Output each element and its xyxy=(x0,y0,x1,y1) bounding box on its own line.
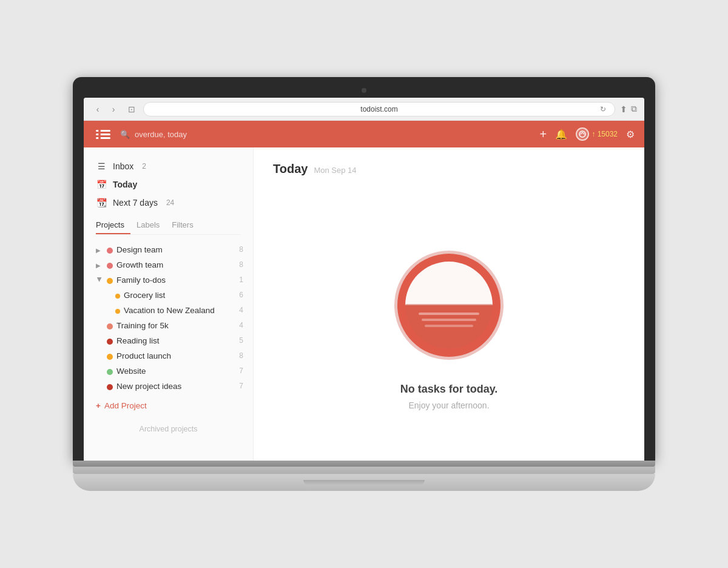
project-count: 8 xyxy=(239,260,243,269)
settings-icon[interactable]: ⚙ xyxy=(626,129,635,140)
browser-tab-icon: ⊡ xyxy=(125,103,138,116)
svg-point-4 xyxy=(98,134,101,136)
project-grocery-list[interactable]: Grocery list 6 xyxy=(84,288,253,303)
laptop-wrapper: ‹ › ⊡ todoist.com ↻ ⬆ ⧉ xyxy=(73,77,655,491)
project-name: Design team xyxy=(116,245,233,254)
expand-arrow-icon: ▶ xyxy=(96,277,103,285)
browser-duplicate-icon[interactable]: ⧉ xyxy=(631,104,637,114)
app-header: 🔍 overdue, today + 🔔 ↑ 15032 ⚙ xyxy=(84,121,644,147)
project-name: Reading list xyxy=(116,336,233,345)
browser-back-button[interactable]: ‹ xyxy=(91,103,104,116)
notifications-icon[interactable]: 🔔 xyxy=(555,129,567,140)
archived-projects-link[interactable]: Archived projects xyxy=(84,420,253,438)
laptop-bezel: ‹ › ⊡ todoist.com ↻ ⬆ ⧉ xyxy=(73,77,655,461)
search-text: overdue, today xyxy=(135,130,187,139)
karma-circle xyxy=(576,127,589,141)
laptop-hinge xyxy=(73,461,655,467)
projects-tabs: Projects Labels Filters xyxy=(96,217,241,235)
today-label: Today xyxy=(113,180,137,189)
project-name: Growth team xyxy=(116,260,233,269)
project-design-team[interactable]: ▶ Design team 8 xyxy=(84,242,253,257)
project-count: 8 xyxy=(239,245,243,254)
sidebar-today[interactable]: 📅 Today xyxy=(84,175,253,194)
project-count: 6 xyxy=(239,291,243,299)
inbox-label: Inbox xyxy=(113,161,133,171)
today-icon: 📅 xyxy=(96,180,107,189)
project-count: 5 xyxy=(239,336,243,345)
project-name: Grocery list xyxy=(124,291,233,300)
add-project-icon: + xyxy=(96,401,101,410)
project-count: 7 xyxy=(239,367,243,375)
browser-share-icon[interactable]: ⬆ xyxy=(620,104,627,114)
svg-point-3 xyxy=(98,130,101,132)
browser-actions: ⬆ ⧉ xyxy=(620,104,637,114)
content-area: Today Mon Sep 14 xyxy=(254,147,644,461)
tab-filters[interactable]: Filters xyxy=(172,217,199,234)
svg-rect-10 xyxy=(419,313,479,315)
project-new-ideas[interactable]: ▶ New project ideas 7 xyxy=(84,379,253,394)
project-dot xyxy=(115,309,120,314)
svg-rect-1 xyxy=(96,134,110,135)
next7-count: 24 xyxy=(166,198,174,207)
project-dot xyxy=(107,369,113,375)
sidebar: ☰ Inbox 2 📅 Today 📆 Next 7 days 24 xyxy=(84,147,254,461)
empty-illustration xyxy=(388,245,510,366)
browser-url-bar[interactable]: todoist.com ↻ xyxy=(143,102,615,117)
laptop-foot-groove xyxy=(303,480,425,485)
project-product-launch[interactable]: ▶ Product launch 8 xyxy=(84,348,253,363)
project-website[interactable]: ▶ Website 7 xyxy=(84,363,253,379)
empty-subtitle: Enjoy your afternoon. xyxy=(408,401,489,410)
project-dot xyxy=(107,323,113,330)
browser-refresh-icon[interactable]: ↻ xyxy=(596,103,610,116)
svg-rect-11 xyxy=(422,319,476,321)
project-growth-team[interactable]: ▶ Growth team 8 xyxy=(84,257,253,272)
empty-title: No tasks for today. xyxy=(400,383,498,396)
project-count: 8 xyxy=(239,351,243,360)
app-search-bar[interactable]: 🔍 overdue, today xyxy=(120,130,533,139)
project-dot xyxy=(115,294,120,299)
tab-projects[interactable]: Projects xyxy=(96,217,130,234)
project-dot xyxy=(107,278,113,284)
add-project-label: Add Project xyxy=(104,401,147,410)
url-text: todoist.com xyxy=(360,105,397,113)
svg-point-5 xyxy=(98,137,101,140)
project-name: Vacation to New Zealand xyxy=(124,306,233,315)
svg-rect-13 xyxy=(405,304,493,306)
project-count: 4 xyxy=(239,321,243,330)
project-name: New project ideas xyxy=(116,382,233,391)
page-title: Today xyxy=(273,162,308,176)
svg-rect-2 xyxy=(96,137,110,139)
project-training[interactable]: ▶ Training for 5k 4 xyxy=(84,318,253,333)
browser-forward-button[interactable]: › xyxy=(107,103,120,116)
search-icon: 🔍 xyxy=(120,130,130,139)
add-project-button[interactable]: + Add Project xyxy=(84,396,253,415)
karma-badge[interactable]: ↑ 15032 xyxy=(576,127,618,141)
project-dot xyxy=(107,248,113,254)
project-vacation[interactable]: Vacation to New Zealand 4 xyxy=(84,303,253,318)
project-reading-list[interactable]: ▶ Reading list 5 xyxy=(84,333,253,348)
add-task-icon[interactable]: + xyxy=(540,127,547,141)
collapse-arrow-icon: ▶ xyxy=(96,247,103,254)
karma-value: ↑ 15032 xyxy=(592,130,618,138)
project-family-todos[interactable]: ▶ Family to-dos 1 xyxy=(84,272,253,288)
project-dot xyxy=(107,384,113,390)
browser-nav: ‹ › xyxy=(91,103,120,116)
content-title: Today Mon Sep 14 xyxy=(273,162,625,176)
next7-icon: 📆 xyxy=(96,198,107,208)
app-container: 🔍 overdue, today + 🔔 ↑ 15032 ⚙ xyxy=(84,121,644,461)
app-logo xyxy=(93,124,113,144)
project-count: 1 xyxy=(239,276,243,284)
sidebar-inbox[interactable]: ☰ Inbox 2 xyxy=(84,157,253,175)
laptop-camera xyxy=(362,88,366,93)
laptop-foot xyxy=(73,474,655,491)
sidebar-next7[interactable]: 📆 Next 7 days 24 xyxy=(84,194,253,212)
projects-list: ▶ Design team 8 ▶ Growth team 8 xyxy=(84,242,253,394)
tab-labels[interactable]: Labels xyxy=(136,217,166,234)
next7-label: Next 7 days xyxy=(113,198,158,208)
app-main: ☰ Inbox 2 📅 Today 📆 Next 7 days 24 xyxy=(84,147,644,461)
inbox-icon: ☰ xyxy=(96,161,107,171)
empty-state: No tasks for today. Enjoy your afternoon… xyxy=(388,191,510,446)
laptop-base xyxy=(73,461,655,474)
project-dot xyxy=(107,339,113,345)
laptop-screen: ‹ › ⊡ todoist.com ↻ ⬆ ⧉ xyxy=(84,98,644,461)
